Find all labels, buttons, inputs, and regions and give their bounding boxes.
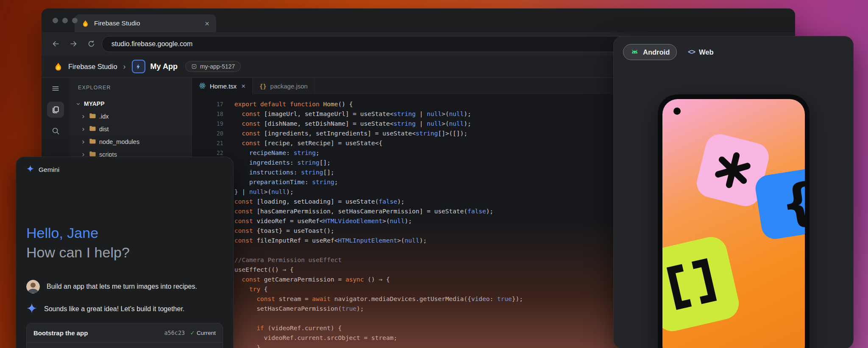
phone-mockup: { xyxy=(658,94,810,348)
android-label: Android xyxy=(643,48,670,56)
task-card-header: Bootstrap the app a56c23 ✓Current xyxy=(27,323,223,342)
url-text: studio.firebase.google.com xyxy=(111,40,192,48)
browser-tab[interactable]: Firebase Studio × xyxy=(75,14,216,32)
web-toggle[interactable]: <> Web xyxy=(688,48,713,56)
root-folder-name: MYAPP xyxy=(84,100,105,107)
firebase-flame-icon xyxy=(53,62,63,72)
assistant-message: Sounds like a great idea! Let's build it… xyxy=(26,303,223,315)
line-number: 21 xyxy=(192,138,223,148)
file-tree: MYAPP .idx dist node_modules xyxy=(70,97,192,161)
android-toggle[interactable]: Android xyxy=(623,44,677,60)
json-braces-icon: {} xyxy=(259,83,266,90)
chevron-right-icon xyxy=(81,139,86,145)
code-brackets-icon: <> xyxy=(688,48,695,56)
assistant-message-text: Sounds like a great idea! Let's build it… xyxy=(44,305,184,313)
device-preview-panel: Android <> Web { xyxy=(613,36,854,348)
gemini-header: Gemini xyxy=(26,165,59,174)
firebase-flame-icon xyxy=(81,19,89,28)
file-tree-root[interactable]: MYAPP xyxy=(70,97,192,110)
tab-close-icon[interactable]: × xyxy=(241,82,245,91)
phone-camera-hole xyxy=(673,108,681,115)
breadcrumb-separator: › xyxy=(123,62,126,71)
line-number: 20 xyxy=(192,129,223,138)
task-title: Bootstrap the app xyxy=(33,329,164,337)
app-tile-brackets xyxy=(662,234,742,334)
menu-icon[interactable] xyxy=(47,80,64,97)
reload-icon[interactable] xyxy=(84,37,98,51)
greeting-secondary: How can I help? xyxy=(26,244,130,261)
line-number: 17 xyxy=(192,99,223,109)
asterisk-icon xyxy=(709,146,757,194)
folder-name: .idx xyxy=(99,113,109,120)
platform-toggle: Android <> Web xyxy=(623,44,713,60)
app-id: my-app-5127 xyxy=(200,63,235,70)
check-icon: ✓ xyxy=(190,329,195,336)
editor-tab-label: Home.tsx xyxy=(210,83,236,90)
chevron-right-icon xyxy=(81,114,86,119)
curly-brace-glyph: { xyxy=(777,175,805,230)
file-tree-folder[interactable]: dist xyxy=(70,123,192,135)
web-label: Web xyxy=(699,48,714,56)
file-tree-folder[interactable]: node_modules xyxy=(70,135,192,148)
gemini-panel: Gemini Hello, Jane How can I help? Build… xyxy=(16,157,234,348)
window-minimize-button[interactable] xyxy=(62,18,68,23)
explorer-files-icon[interactable] xyxy=(47,102,64,118)
editor-tab-label: package.json xyxy=(270,83,308,90)
gemini-sparkle-icon xyxy=(26,303,37,315)
forward-icon[interactable] xyxy=(66,37,81,51)
chevron-right-icon xyxy=(81,127,86,132)
status-label: Current xyxy=(197,330,216,336)
android-icon xyxy=(630,47,639,57)
folder-name: node_modules xyxy=(99,138,139,145)
app-tile-brace: { xyxy=(754,167,805,241)
folder-icon xyxy=(89,138,96,146)
tab-title: Firebase Studio xyxy=(94,19,200,27)
react-icon xyxy=(199,82,206,91)
window-zoom-button[interactable] xyxy=(72,18,78,23)
file-tree-folder[interactable]: .idx xyxy=(70,110,192,123)
editor-tab-package-json[interactable]: {} package.json xyxy=(253,78,315,94)
user-avatar xyxy=(26,280,40,293)
folder-icon xyxy=(89,125,96,134)
desktop-background: Firebase Studio × studio.firebase.google… xyxy=(0,0,868,348)
gemini-title: Gemini xyxy=(39,166,59,174)
search-icon[interactable] xyxy=(47,123,64,139)
line-number: 19 xyxy=(192,119,223,129)
editor-tab-home-tsx[interactable]: Home.tsx × xyxy=(192,78,253,94)
task-file-row[interactable]: src/pages/Home.tsx +122 xyxy=(27,342,223,348)
line-number: 18 xyxy=(192,109,223,119)
user-message-text: Build an app that lets me turn images in… xyxy=(47,283,197,290)
status-badge: ✓Current xyxy=(190,329,216,336)
folder-name: dist xyxy=(99,126,109,133)
folder-icon xyxy=(89,112,96,121)
chevron-down-icon xyxy=(75,101,81,107)
explorer-title: EXPLORER xyxy=(70,85,192,91)
app-name[interactable]: My App xyxy=(150,62,178,71)
window-close-button[interactable] xyxy=(53,18,58,23)
window-controls xyxy=(53,18,78,23)
greeting-primary: Hello, Jane xyxy=(26,225,98,241)
brand-name[interactable]: Firebase Studio xyxy=(68,63,117,71)
commit-hash: a56c23 xyxy=(164,329,185,336)
app-id-badge[interactable]: my-app-5127 xyxy=(185,61,241,72)
back-icon[interactable] xyxy=(48,37,63,51)
gemini-sparkle-icon xyxy=(26,165,34,174)
task-card[interactable]: Bootstrap the app a56c23 ✓Current src/pa… xyxy=(26,323,223,348)
brackets-icon xyxy=(662,254,722,314)
user-message: Build an app that lets me turn images in… xyxy=(26,280,223,293)
app-spark-icon[interactable] xyxy=(132,60,145,73)
app-badge-icon xyxy=(191,64,197,69)
file-tree-children: .idx dist node_modules scripts xyxy=(70,110,192,161)
tab-close-icon[interactable]: × xyxy=(205,19,209,28)
browser-tab-strip: Firebase Studio × xyxy=(42,8,795,32)
phone-screen: { xyxy=(662,99,805,348)
